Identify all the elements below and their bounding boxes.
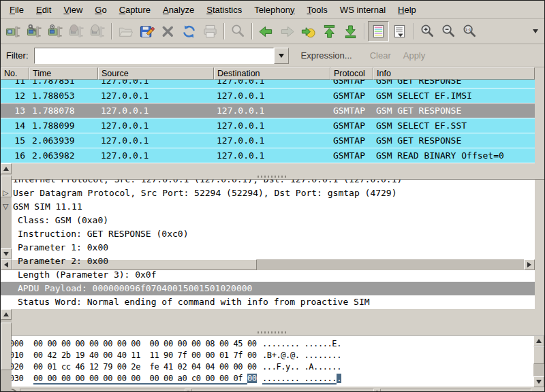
detail-line[interactable]: Length (Parameter 3): 0x0f <box>1 268 535 282</box>
interface-list-button[interactable] <box>3 21 24 42</box>
go-to-packet-button[interactable] <box>298 21 319 42</box>
zoom-100-button[interactable]: 1:1 <box>459 21 480 42</box>
status-packet-counts: Packets: 445 Displayed: 445 Marked: 0 Lo… <box>191 389 374 392</box>
print-button <box>200 21 221 42</box>
toolbar-separator <box>364 23 365 39</box>
capture-restart-button <box>87 21 108 42</box>
packet-row[interactable]: 162.063982127.0.0.1127.0.0.1GSMTAPGSM RE… <box>1 148 535 163</box>
hex-vscrollbar[interactable] <box>533 336 544 387</box>
drag-grip-icon <box>258 176 287 178</box>
autoscroll-icon <box>392 24 407 39</box>
expander-expanded-icon[interactable] <box>3 200 8 214</box>
go-to-bottom-icon <box>343 24 358 39</box>
capture-options-button[interactable] <box>24 21 45 42</box>
zoom-out-icon <box>441 24 456 39</box>
selected-ascii[interactable]: . <box>337 374 341 383</box>
close-file-button[interactable] <box>157 21 178 42</box>
scroll-thumb[interactable] <box>533 346 544 364</box>
packet-details-pane: Internet Protocol, Src: 127.0.0.1 (127.0… <box>1 179 544 330</box>
toolbar-separator <box>251 23 253 39</box>
menu-capture[interactable]: Capture <box>113 3 157 17</box>
pane-separator[interactable] <box>1 174 544 179</box>
scroll-up-button[interactable] <box>1 309 12 320</box>
menu-analyze[interactable]: Analyze <box>157 3 200 17</box>
packet-rows: 111.787851127.0.0.1127.0.0.1GSMTAPGSM GE… <box>1 80 535 163</box>
zoom-in-button[interactable] <box>417 21 438 42</box>
reload-button[interactable] <box>178 21 200 42</box>
find-packet-icon <box>230 24 246 39</box>
hex-row[interactable]: 002000 01 cc 46 12 79 00 2e fe 41 02 04 … <box>5 361 533 373</box>
detail-line[interactable]: Instruction: GET RESPONSE (0xc0) <box>1 227 535 241</box>
capture-start-button[interactable] <box>45 21 66 42</box>
colorize-icon <box>371 24 386 39</box>
scroll-up-button[interactable] <box>533 336 544 346</box>
menu-bar: File Edit View Go Capture Analyze Statis… <box>1 1 544 19</box>
column-header-destination[interactable]: Destination <box>214 67 330 80</box>
packet-row[interactable]: 141.788099127.0.0.1127.0.0.1GSMTAPGSM SE… <box>1 118 535 133</box>
packet-row[interactable]: 121.788053127.0.0.1127.0.0.1GSMTAPGSM SE… <box>1 88 535 103</box>
packet-row-selected[interactable]: 131.788078127.0.0.1127.0.0.1GSMTAPGSM GE… <box>1 103 535 118</box>
hex-row[interactable]: 001000 42 2b 19 40 00 40 11 11 90 7f 00 … <box>5 350 533 361</box>
column-header-time[interactable]: Time <box>29 67 98 80</box>
menu-telephony[interactable]: Telephony <box>248 3 300 17</box>
menu-ws-internal[interactable]: WS internal <box>334 3 392 17</box>
menu-go[interactable]: Go <box>89 3 112 17</box>
expander-collapsed-icon[interactable] <box>3 186 8 200</box>
close-file-icon <box>160 24 176 39</box>
capture-restart-icon <box>90 24 106 39</box>
toolbar-separator <box>223 23 225 39</box>
detail-line[interactable]: Parameter 2: 0x00 <box>1 255 535 268</box>
detail-line-udp[interactable]: User Datagram Protocol, Src Port: 52294 … <box>1 186 535 200</box>
detail-line[interactable]: Class: GSM (0xa0) <box>1 214 535 227</box>
packet-list-header: No. Time Source Destination Protocol Inf… <box>1 67 535 80</box>
colorize-button[interactable] <box>368 21 389 42</box>
expression-button[interactable]: Expression... <box>301 50 352 61</box>
menu-view[interactable]: View <box>57 3 89 17</box>
hex-row[interactable]: 000000 00 00 00 00 00 00 00 00 00 00 00 … <box>5 338 533 350</box>
more-tools-dropdown-button[interactable] <box>529 21 542 42</box>
scroll-up-button[interactable] <box>1 163 12 174</box>
menu-edit[interactable]: Edit <box>30 3 57 17</box>
column-header-no[interactable]: No. <box>1 67 29 80</box>
scroll-thumb[interactable] <box>1 323 12 370</box>
detail-line-selected[interactable]: APDU Payload: 000000096f0704001500150102… <box>1 282 535 295</box>
toolbar-separator <box>111 23 112 39</box>
status-field-info: ISO 7816-4 APDU Data Payload (iso... <box>20 389 185 392</box>
packet-row[interactable]: 152.063939127.0.0.1127.0.0.1GSMTAPGSM GE… <box>1 133 535 148</box>
column-header-info[interactable]: Info <box>373 67 535 80</box>
detail-line-gsm-sim[interactable]: GSM SIM 11.11 <box>1 200 535 214</box>
detail-tree: Internet Protocol, Src: 127.0.0.1 (127.0… <box>1 180 535 309</box>
menu-tools[interactable]: Tools <box>301 3 334 17</box>
filter-history-dropdown[interactable] <box>274 48 289 64</box>
pane-separator[interactable] <box>1 330 544 335</box>
go-to-top-button[interactable] <box>319 21 340 42</box>
zoom-out-button[interactable] <box>438 21 459 42</box>
column-header-source[interactable]: Source <box>98 67 214 80</box>
details-vscrollbar[interactable] <box>1 309 12 392</box>
go-back-icon <box>258 24 274 39</box>
scroll-down-button[interactable] <box>533 376 544 387</box>
menu-statistics[interactable]: Statistics <box>200 3 248 17</box>
detail-line[interactable]: Internet Protocol, Src: 127.0.0.1 (127.0… <box>1 180 535 186</box>
autoscroll-button[interactable] <box>389 21 410 42</box>
hex-bytes-view[interactable]: 000000 00 00 00 00 00 00 00 00 00 00 00 … <box>1 336 533 387</box>
menu-file[interactable]: File <box>3 3 30 17</box>
zoom-in-icon <box>420 24 435 39</box>
column-header-protocol[interactable]: Protocol <box>330 67 373 80</box>
apply-button: Apply <box>403 50 426 61</box>
interface-list-icon <box>5 24 21 39</box>
status-profile[interactable]: Profile: Default <box>380 389 531 392</box>
go-back-button[interactable] <box>255 21 277 42</box>
menu-help[interactable]: Help <box>392 3 422 17</box>
filter-input[interactable] <box>34 48 274 64</box>
go-to-bottom-button[interactable] <box>340 21 361 42</box>
find-packet-button <box>228 21 249 42</box>
detail-line[interactable]: Status Word: Normal ending of command wi… <box>1 295 535 309</box>
detail-line[interactable]: Parameter 1: 0x00 <box>1 241 535 255</box>
capture-stop-button <box>66 21 87 42</box>
save-file-button[interactable] <box>136 21 157 42</box>
selected-byte[interactable]: 00 <box>247 374 257 383</box>
hex-row-selected[interactable]: 0030 00 00 00 00 00 00 00 00 00 00 a0 c0… <box>5 373 533 385</box>
go-to-packet-icon <box>300 24 316 39</box>
packet-row[interactable]: 111.787851127.0.0.1127.0.0.1GSMTAPGSM GE… <box>1 80 535 88</box>
